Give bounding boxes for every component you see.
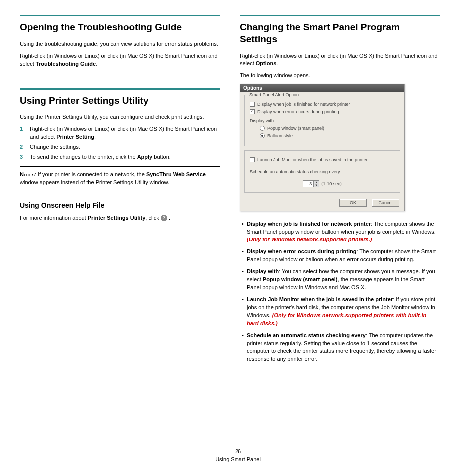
- help-icon[interactable]: ?: [161, 215, 167, 221]
- fieldset-alert: Smart Panel Alert Option Display when jo…: [244, 95, 400, 146]
- bold-text: Display when error occurs during printin…: [247, 248, 356, 254]
- list-item: 3 To send the changes to the printer, cl…: [20, 153, 220, 161]
- heading-change-settings: Changing the Smart Panel Program Setting…: [240, 15, 440, 45]
- list-item: • Display when job is finished for netwo…: [240, 220, 440, 244]
- spinner-value: 3: [303, 181, 313, 187]
- checkbox-job-monitor[interactable]: [250, 157, 255, 162]
- page-number: 26: [0, 448, 476, 455]
- spinner-unit: (1-10 sec): [321, 181, 342, 186]
- bullet-icon: •: [240, 220, 247, 244]
- bullet-icon: •: [240, 296, 247, 328]
- display-with-label: Display with: [250, 118, 395, 123]
- left-column: Opening the Troubleshooting Guide Using …: [20, 15, 230, 459]
- text: , click: [145, 215, 161, 221]
- step-number: 2: [20, 143, 30, 151]
- spinner-buttons: ▲ ▼: [313, 181, 319, 187]
- radio-popup[interactable]: [260, 126, 265, 131]
- bold-text: Launch Job Monitor when the job is saved…: [247, 296, 393, 302]
- bold-text: SyncThru Web Service: [146, 171, 206, 177]
- bullet-list: • Display when job is finished for netwo…: [240, 220, 440, 363]
- checkbox-row: Display when error occurs during printin…: [250, 109, 395, 114]
- step-text: Right-click (in Windows or Linux) or cli…: [30, 125, 220, 141]
- heading-utility: Using Printer Settings Utility: [20, 88, 220, 107]
- bullet-text: Display with: You can select how the com…: [247, 268, 440, 292]
- note-red: (Only for Windows network-supported prin…: [247, 237, 372, 242]
- text: window appears instead of the Printer Se…: [20, 179, 169, 185]
- fieldset-legend: Smart Panel Alert Option: [248, 92, 300, 97]
- page: Opening the Troubleshooting Guide Using …: [0, 0, 476, 459]
- step-text: Change the settings.: [30, 143, 220, 151]
- bold-text: Apply: [137, 154, 153, 160]
- checkbox-label: Display when job is finished for network…: [257, 102, 350, 107]
- text: For more information about: [20, 215, 88, 221]
- schedule-label: Schedule an automatic status checking ev…: [250, 169, 395, 174]
- heading-help: Using Onscreen Help File: [20, 201, 220, 209]
- bullet-icon: •: [240, 332, 247, 364]
- checkbox-error-printing[interactable]: [250, 109, 255, 114]
- options-dialog: Options Smart Panel Alert Option Display…: [240, 84, 405, 211]
- bullet-text: Display when job is finished for network…: [247, 220, 440, 244]
- radio-balloon[interactable]: [260, 133, 265, 138]
- bold-text: Printer Settings Utility: [88, 215, 146, 221]
- bold-text: Display with: [247, 268, 279, 274]
- step-number: 1: [20, 125, 30, 141]
- radio-row: Popup window (smart panel): [260, 126, 395, 131]
- paragraph: Right-click (in Windows or Linux) or cli…: [20, 52, 220, 68]
- radio-row: Balloon style: [260, 133, 395, 138]
- spinner-down-icon[interactable]: ▼: [314, 184, 319, 187]
- footer: 26 Using Smart Panel: [0, 448, 476, 463]
- paragraph: For more information about Printer Setti…: [20, 214, 220, 222]
- note-red: (Only for Windows network-supported prin…: [247, 312, 426, 326]
- bold-text: Troubleshooting Guide: [36, 61, 96, 67]
- radio-label: Popup window (smart panel): [267, 126, 324, 131]
- bold-text: Popup window (smart panel): [263, 276, 338, 282]
- radio-label: Balloon style: [267, 133, 293, 138]
- checkbox-network-finished[interactable]: [250, 102, 255, 107]
- bold-text: Options: [256, 60, 277, 66]
- text: Change the settings.: [30, 144, 80, 150]
- bullet-text: Launch Job Monitor when the job is saved…: [247, 296, 440, 328]
- dialog-buttons: OK Cancel: [244, 197, 400, 207]
- list-item: • Launch Job Monitor when the job is sav…: [240, 296, 440, 328]
- list-item: • Schedule an automatic status checking …: [240, 332, 440, 364]
- bold-text: Display when job is finished for network…: [247, 221, 371, 227]
- checkbox-row: Launch Job Monitor when the job is saved…: [250, 157, 395, 162]
- bullet-icon: •: [240, 268, 247, 292]
- dialog-titlebar: Options: [240, 84, 404, 92]
- text: .: [167, 215, 170, 221]
- paragraph: The following window opens.: [240, 72, 440, 80]
- text: To send the changes to the printer, clic…: [30, 154, 137, 160]
- paragraph: Right-click (in Windows or Linux) or cli…: [240, 52, 440, 68]
- checkbox-row: Display when job is finished for network…: [250, 102, 395, 107]
- paragraph: Using the Printer Settings Utility, you …: [20, 113, 220, 121]
- right-column: Changing the Smart Panel Program Setting…: [230, 15, 440, 459]
- notes-box: Notes: If your printer is connected to a…: [20, 166, 220, 191]
- text: .: [276, 60, 278, 66]
- list-item: • Display with: You can select how the c…: [240, 268, 440, 292]
- list-item: • Display when error occurs during print…: [240, 248, 440, 264]
- checkbox-label: Launch Job Monitor when the job is saved…: [257, 157, 369, 162]
- step-text: To send the changes to the printer, clic…: [30, 153, 220, 161]
- bold-text: Printer Setting: [56, 134, 94, 140]
- heading-troubleshooting: Opening the Troubleshooting Guide: [20, 15, 220, 33]
- ordered-list: 1 Right-click (in Windows or Linux) or c…: [20, 125, 220, 161]
- footer-section: Using Smart Panel: [0, 456, 476, 463]
- text: .: [96, 61, 97, 67]
- text: button.: [152, 154, 171, 160]
- checkbox-label: Display when error occurs during printin…: [257, 109, 339, 114]
- bullet-text: Display when error occurs during printin…: [247, 248, 440, 264]
- ok-button[interactable]: OK: [339, 199, 367, 207]
- paragraph: Using the troubleshooting guide, you can…: [20, 40, 220, 48]
- bullet-icon: •: [240, 248, 247, 264]
- dialog-body: Smart Panel Alert Option Display when jo…: [240, 92, 404, 211]
- text: : If your printer is connected to a netw…: [35, 171, 146, 177]
- text: .: [94, 134, 96, 140]
- fieldset-monitor: Launch Job Monitor when the job is saved…: [244, 150, 400, 193]
- bullet-text: Schedule an automatic status checking ev…: [247, 332, 440, 364]
- bold-text: Schedule an automatic status checking ev…: [247, 332, 366, 338]
- interval-spinner[interactable]: 3 ▲ ▼: [303, 180, 319, 187]
- schedule-row: 3 ▲ ▼ (1-10 sec): [250, 180, 395, 187]
- cancel-button[interactable]: Cancel: [372, 199, 399, 207]
- list-item: 2 Change the settings.: [20, 143, 220, 151]
- step-number: 3: [20, 153, 30, 161]
